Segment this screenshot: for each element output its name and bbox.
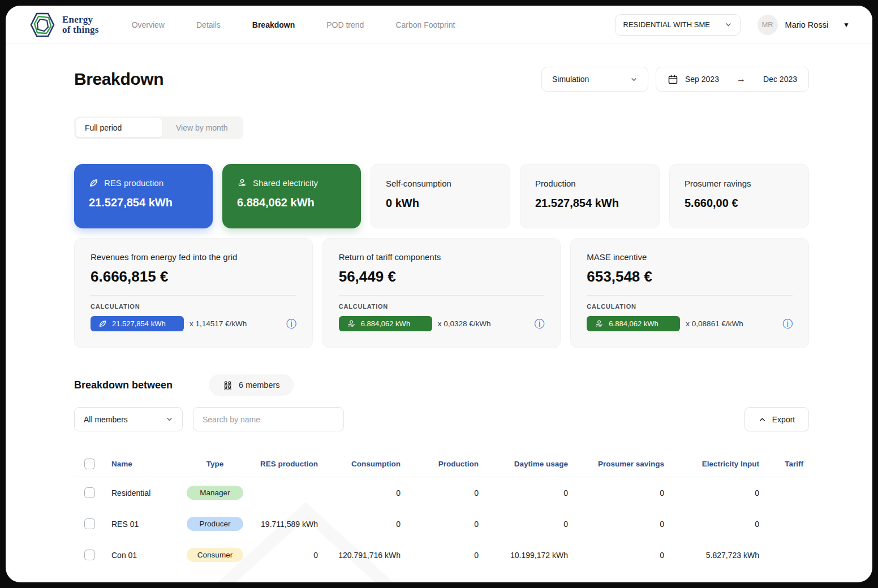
info-icon[interactable]: ⓘ	[286, 319, 296, 329]
card-res-production[interactable]: RES production 21.527,854 kWh	[74, 164, 213, 228]
app-window: Energy of things Overview Details Breakd…	[6, 6, 872, 582]
chevron-down-icon	[166, 416, 173, 423]
type-badge: Producer	[187, 517, 243, 531]
card-value: 6.884,062 kWh	[237, 196, 346, 209]
card-shared-electricity[interactable]: Shared electricity 6.884,062 kWh	[222, 164, 361, 228]
calc-badge: 6.884,062 kWh	[587, 316, 680, 331]
breakdown-between-header: Breakdown between 6 members	[74, 374, 809, 396]
cell-daytime-usage: 0	[479, 488, 568, 498]
calc-multiplier: x 1,14517 €/kWh	[190, 319, 247, 328]
divider	[587, 295, 793, 296]
calc-label: CALCULATION	[339, 303, 545, 310]
cell-production: 0	[401, 551, 479, 560]
user-name: Mario Rossi	[785, 20, 829, 29]
export-button[interactable]: Export	[744, 407, 809, 431]
page-title: Breakdown	[74, 70, 163, 89]
leaf-icon	[89, 178, 98, 188]
col-header-daytime-usage: Daytime usage	[479, 460, 568, 468]
period-segmented-control: Full period View by month	[74, 116, 243, 139]
card-tariff-components: Return of tariff components 56,449 € CAL…	[322, 238, 561, 348]
page-header-row: Breakdown Simulation Sep 2023 → Dec 2023	[74, 67, 809, 92]
card-value: 21.527,854 kWh	[89, 196, 198, 209]
cell-name: Residential	[102, 488, 179, 498]
app-logo: Energy of things	[29, 11, 99, 38]
cell-name: Con 01	[102, 551, 179, 560]
card-label: Self-consumption	[386, 179, 495, 188]
cell-prosumer-savings: 0	[568, 488, 664, 498]
row-checkbox[interactable]	[84, 487, 95, 498]
export-label: Export	[772, 415, 795, 424]
col-header-res-production: RES production	[251, 460, 318, 468]
table-row: Con 01 Consumer 0 120.791,716 kWh 0 10.1…	[74, 539, 809, 570]
calc-badge-value: 21.527,854 kWh	[112, 319, 166, 328]
cell-daytime-usage: 10.199,172 kWh	[479, 551, 568, 560]
hand-coin-icon	[237, 178, 247, 188]
divider	[339, 295, 545, 296]
calendar-icon	[668, 74, 678, 85]
col-header-prosumer-savings: Prosumer savings	[568, 460, 664, 468]
members-count-badge: 6 members	[209, 374, 294, 396]
table-filters-row: All members Export	[74, 407, 809, 431]
simulation-select[interactable]: Simulation	[541, 67, 648, 92]
date-range-picker[interactable]: Sep 2023 → Dec 2023	[656, 67, 809, 92]
members-count-label: 6 members	[239, 381, 280, 390]
card-value: 21.527,854 kWh	[535, 197, 644, 210]
type-badge: Consumer	[187, 548, 243, 562]
info-icon[interactable]: ⓘ	[534, 319, 544, 329]
cell-electricity-input: 0	[664, 520, 759, 529]
calc-title: Return of tariff components	[339, 252, 545, 262]
cell-production: 0	[401, 520, 479, 529]
col-header-consumption: Consumption	[318, 460, 401, 468]
type-badge: Manager	[187, 486, 243, 500]
nav-tab-carbon-footprint[interactable]: Carbon Footprint	[395, 20, 455, 29]
caret-down-icon[interactable]: ▼	[843, 21, 850, 29]
nav-tab-details[interactable]: Details	[196, 20, 221, 29]
tab-full-period[interactable]: Full period	[76, 118, 162, 137]
cell-production: 0	[401, 488, 479, 498]
info-icon[interactable]: ⓘ	[782, 319, 793, 329]
avatar[interactable]: MR	[758, 15, 778, 35]
topbar-right: RESIDENTIAL WITH SME MR Mario Rossi ▼	[615, 14, 850, 36]
col-header-type: Type	[179, 460, 251, 468]
card-value: 5.660,00 €	[685, 197, 794, 210]
select-all-checkbox[interactable]	[84, 459, 95, 469]
table-header-row: Name Type RES production Consumption Pro…	[74, 451, 809, 477]
topbar: Energy of things Overview Details Breakd…	[6, 6, 872, 44]
search-input[interactable]	[193, 407, 344, 431]
members-filter-select[interactable]: All members	[74, 407, 183, 431]
calc-multiplier: x 0,08861 €/kWh	[686, 319, 743, 328]
nav-tab-overview[interactable]: Overview	[132, 20, 165, 29]
calc-value: 6.666,815 €	[91, 268, 296, 286]
logo-line2: of things	[62, 25, 99, 35]
col-header-production: Production	[401, 460, 479, 468]
nav-tab-breakdown[interactable]: Breakdown	[252, 20, 295, 29]
row-checkbox[interactable]	[84, 550, 95, 560]
tab-view-by-month[interactable]: View by month	[162, 118, 242, 137]
avatar-initials: MR	[761, 20, 773, 29]
summary-cards-row: RES production 21.527,854 kWh Shared ele…	[74, 164, 809, 228]
cell-res-production: 19.711,589 kWh	[251, 520, 318, 529]
cell-res-production: 0	[251, 551, 318, 560]
card-label: RES production	[104, 178, 163, 188]
card-value: 0 kWh	[386, 197, 495, 210]
cell-consumption: 120.791,716 kWh	[318, 551, 401, 560]
org-select-value: RESIDENTIAL WITH SME	[623, 20, 710, 29]
card-label: Shared electricity	[253, 178, 318, 188]
logo-text: Energy of things	[62, 15, 99, 35]
calc-title: MASE incentive	[587, 252, 793, 262]
calc-value: 56,449 €	[339, 268, 545, 286]
card-mase-incentive: MASE incentive 653,548 € CALCULATION 6.8…	[570, 238, 809, 348]
section-title: Breakdown between	[74, 379, 173, 391]
arrow-right-icon: →	[726, 74, 756, 84]
chevron-down-icon	[630, 76, 638, 83]
date-range-start: Sep 2023	[685, 75, 719, 84]
nav-tab-pod-trend[interactable]: POD trend	[326, 20, 364, 29]
calc-title: Revenues from energy fed into the grid	[91, 252, 296, 262]
calc-value: 653,548 €	[587, 268, 793, 286]
card-label: Production	[535, 179, 644, 188]
row-checkbox[interactable]	[84, 518, 95, 529]
org-select[interactable]: RESIDENTIAL WITH SME	[615, 14, 741, 36]
members-table: Name Type RES production Consumption Pro…	[74, 451, 809, 570]
calc-badge: 21.527,854 kWh	[91, 316, 184, 331]
export-up-icon	[759, 417, 766, 422]
